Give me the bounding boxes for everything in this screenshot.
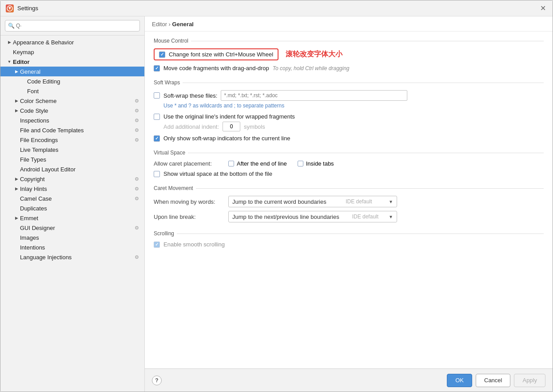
check-mark: ✓ — [155, 242, 159, 247]
scrolling-row: ✓ Enable smooth scrolling — [154, 241, 544, 248]
original-indent-checkbox[interactable] — [154, 114, 160, 120]
sidebar-item-code-style[interactable]: ▶ Code Style ⚙ — [0, 106, 144, 115]
bottom-bar: ? OK Cancel Apply — [145, 368, 553, 392]
after-end-checkbox[interactable] — [228, 161, 234, 166]
sidebar-item-inlay-hints[interactable]: ▶ Inlay Hints ⚙ — [0, 184, 144, 194]
move-code-fragments-checkbox[interactable]: ✓ — [154, 65, 160, 71]
apply-button[interactable]: Apply — [514, 374, 545, 387]
right-panel: Editor › General Mouse Control ✓ Change … — [145, 16, 553, 392]
check-mark: ✓ — [155, 136, 159, 141]
sidebar-item-general[interactable]: ▶ General — [0, 67, 144, 76]
sidebar-item-label: GUI Designer — [20, 225, 132, 231]
sidebar-item-label: File Encodings — [20, 137, 132, 143]
sidebar-item-label: Code Style — [20, 107, 132, 114]
cancel-button[interactable]: Cancel — [476, 374, 510, 387]
sidebar-item-duplicates[interactable]: Duplicates — [0, 203, 144, 213]
sidebar-item-label: Duplicates — [20, 205, 140, 212]
expand-arrow: ▶ — [13, 107, 20, 114]
ok-button[interactable]: OK — [447, 374, 472, 387]
caret-placement-row: Allow caret placement: After the end of … — [154, 160, 544, 167]
additional-indent-input[interactable] — [223, 122, 240, 131]
sidebar-item-live-templates[interactable]: Live Templates — [0, 145, 144, 154]
settings-icon: ⚙ — [134, 127, 140, 133]
expand-arrow — [13, 244, 20, 251]
sidebar-item-label: Camel Case — [20, 195, 132, 202]
sidebar-item-font[interactable]: Font — [0, 86, 144, 96]
search-input[interactable] — [5, 20, 140, 32]
help-button[interactable]: ? — [152, 376, 162, 385]
sidebar-item-editor[interactable]: ▼ Editor — [0, 57, 144, 67]
show-virtual-checkbox[interactable] — [154, 171, 160, 177]
settings-icon: ⚙ — [134, 186, 140, 192]
sidebar-item-label: Language Injections — [20, 254, 132, 261]
soft-wrap-checkbox[interactable] — [154, 92, 160, 99]
expand-arrow — [13, 224, 20, 231]
inside-tabs-checkbox[interactable] — [298, 161, 303, 166]
symbols-label: symbols — [244, 123, 265, 130]
scrolling-title: Scrolling — [154, 230, 544, 237]
expand-arrow: ▶ — [13, 214, 20, 222]
change-font-size-label: Change font size with Ctrl+Mouse Wheel — [169, 51, 273, 58]
check-mark: ✓ — [160, 52, 164, 57]
sidebar-item-language-injections[interactable]: Language Injections ⚙ — [0, 252, 144, 262]
caret-movement-section: Caret Movement When moving by words: Jum… — [154, 185, 544, 222]
close-button[interactable]: ✕ — [538, 4, 547, 13]
sidebar-item-label: Intentions — [20, 244, 140, 251]
sidebar-item-copyright[interactable]: ▶ Copyright ⚙ — [0, 174, 144, 184]
expand-arrow — [6, 48, 13, 55]
upon-line-dropdown[interactable]: Jump to the next/previous line boundarie… — [228, 211, 397, 222]
sidebar-item-label: Code Editing — [27, 78, 140, 85]
additional-indent-row: Add additional indent: symbols — [163, 122, 544, 131]
change-font-size-checkbox[interactable]: ✓ — [159, 51, 165, 58]
sidebar-item-label: Inlay Hints — [20, 186, 132, 192]
when-moving-dropdown[interactable]: Jump to the current word boundaries IDE … — [228, 196, 397, 207]
sidebar-item-label: File Types — [20, 156, 140, 163]
breadcrumb-current: General — [172, 21, 194, 28]
sidebar-item-label: Color Scheme — [20, 98, 132, 104]
expand-arrow — [13, 166, 20, 173]
sidebar-item-android-layout[interactable]: Android Layout Editor — [0, 164, 144, 174]
original-indent-row: Use the original line's indent for wrapp… — [154, 113, 544, 120]
sidebar-item-emmet[interactable]: ▶ Emmet — [0, 213, 144, 223]
sidebar-item-label: Emmet — [20, 215, 140, 222]
breadcrumb-parent: Editor — [152, 21, 167, 28]
sidebar-item-camel-case[interactable]: Camel Case ⚙ — [0, 194, 144, 203]
sidebar-item-code-editing[interactable]: Code Editing — [0, 76, 144, 86]
settings-area: Mouse Control ✓ Change font size with Ct… — [145, 32, 553, 368]
original-indent-label: Use the original line's indent for wrapp… — [163, 113, 295, 120]
soft-wrap-input[interactable] — [221, 90, 407, 101]
show-virtual-row: Show virtual space at the bottom of the … — [154, 170, 544, 177]
settings-icon: ⚙ — [134, 225, 140, 231]
breadcrumb: Editor › General — [145, 16, 553, 32]
soft-wrap-indicators-checkbox[interactable]: ✓ — [154, 135, 160, 142]
settings-icon: ⚙ — [134, 176, 140, 182]
settings-icon: ⚙ — [134, 117, 140, 123]
dropdown-arrow-icon: ▼ — [389, 214, 393, 219]
allow-caret-label: Allow caret placement: — [154, 160, 225, 167]
settings-icon: ⚙ — [134, 254, 140, 260]
sidebar-item-appearance[interactable]: ▶ Appearance & Behavior — [0, 37, 144, 47]
sidebar-item-file-types[interactable]: File Types — [0, 154, 144, 164]
sidebar-item-file-encodings[interactable]: File Encodings ⚙ — [0, 135, 144, 145]
settings-icon: ⚙ — [134, 107, 140, 114]
sidebar-item-label: Images — [20, 234, 140, 241]
sidebar-item-keymap[interactable]: Keymap — [0, 47, 144, 57]
sidebar-item-file-code-templates[interactable]: File and Code Templates ⚙ — [0, 125, 144, 135]
soft-wrap-indicators-label: Only show soft-wrap indicators for the c… — [163, 135, 290, 142]
search-icon: 🔍 — [8, 23, 15, 29]
sidebar-item-intentions[interactable]: Intentions — [0, 242, 144, 252]
breadcrumb-separator: › — [169, 21, 171, 28]
soft-wraps-section: Soft Wraps Soft-wrap these files: Use * … — [154, 79, 544, 142]
sidebar-item-label: Inspections — [20, 117, 132, 124]
expand-arrow — [13, 127, 20, 134]
scrolling-checkbox[interactable]: ✓ — [154, 242, 160, 248]
upon-line-label: Upon line break: — [154, 214, 225, 220]
soft-wrap-indicators-row: ✓ Only show soft-wrap indicators for the… — [154, 135, 544, 142]
sidebar-item-gui-designer[interactable]: GUI Designer ⚙ — [0, 223, 144, 233]
sidebar-item-inspections[interactable]: Inspections ⚙ — [0, 115, 144, 125]
scrolling-section: Scrolling ✓ Enable smooth scrolling — [154, 230, 544, 248]
expand-arrow — [13, 234, 20, 241]
sidebar-item-color-scheme[interactable]: ▶ Color Scheme ⚙ — [0, 96, 144, 106]
sidebar-item-images[interactable]: Images — [0, 233, 144, 242]
sidebar-item-label: Editor — [13, 59, 140, 65]
